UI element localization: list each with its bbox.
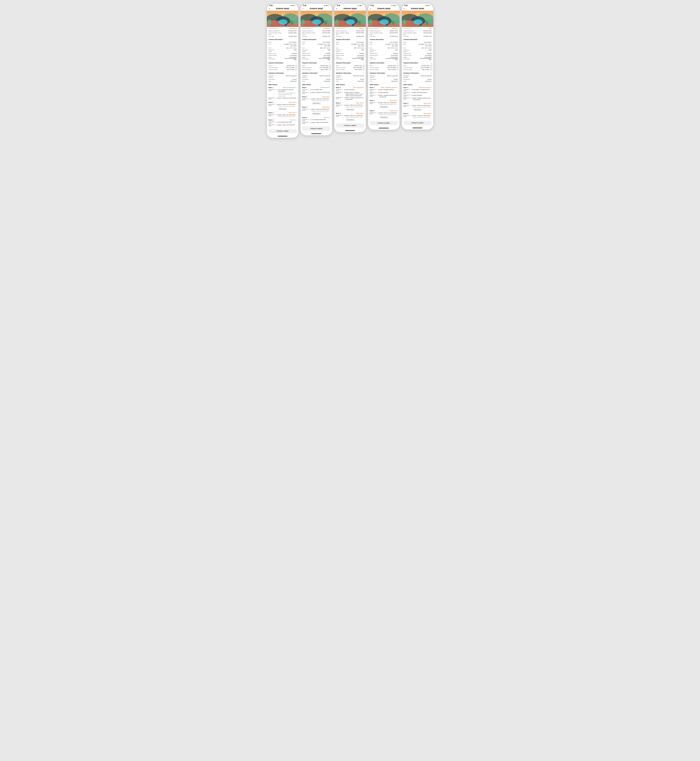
copy-account-icon[interactable] — [430, 67, 431, 68]
account-holder-row: Account holder MIN YOUNG — [403, 69, 431, 70]
offer-entry-1-3: December 17 09:00 Buyer deposited — [403, 94, 431, 97]
copy-account-icon[interactable] — [363, 67, 364, 68]
handover-toggle-icon[interactable]: ∧ — [397, 72, 398, 74]
copy-holder-icon[interactable] — [397, 69, 398, 70]
copy-bank-icon[interactable] — [329, 65, 330, 66]
offer-subtext: Please select action before July 1 — [380, 114, 398, 116]
payment-section-header[interactable]: Payment information ∧ — [301, 61, 332, 64]
status-time: 9:41 — [405, 5, 408, 6]
copy-account-icon[interactable] — [295, 67, 297, 68]
svg-point-26 — [349, 13, 352, 16]
artwork-info-section-title: Artwork Information — [368, 38, 400, 41]
offer-subtext: Please select action before July 1 — [346, 106, 364, 108]
buyer-status: Buyer offer ∧ — [356, 113, 364, 114]
back-button[interactable]: ‹ — [404, 7, 405, 10]
select-action-button[interactable]: Select action — [312, 113, 321, 115]
offer-subtext: Please select action before July 1 — [278, 105, 297, 107]
handover-section-title: Handover information — [336, 72, 352, 74]
copy-holder-icon[interactable] — [363, 69, 364, 70]
contact-admin-button[interactable]: Contact to admin — [403, 121, 431, 125]
payment-toggle-icon[interactable]: ∧ — [430, 62, 431, 64]
offer-dot — [412, 89, 412, 90]
bank-row: Bank Shinhan bank — [370, 64, 398, 67]
buyer-label: Buyer 2 — [403, 103, 408, 104]
min-price-row: Min acceptable selling price 400,000 KRW — [302, 32, 330, 35]
buyer-header-3: Buyer 3 Buyer offer ∧ — [269, 112, 297, 113]
copy-account-icon[interactable] — [329, 67, 330, 68]
copy-account-icon[interactable] — [397, 67, 398, 68]
handover-section-header[interactable]: Handover information ∧ — [267, 71, 298, 74]
back-button[interactable]: ‹ — [269, 7, 270, 10]
handover-toggle-icon[interactable]: ∧ — [363, 72, 364, 74]
payment-toggle-icon[interactable]: ∧ — [295, 62, 297, 64]
copy-bank-icon[interactable] — [363, 65, 364, 66]
offer-date-col: December 17 09:30 — [403, 89, 411, 91]
contact-admin-button[interactable]: Contact to admin — [269, 129, 297, 133]
copy-bank-icon[interactable] — [430, 65, 431, 66]
back-button[interactable]: ‹ — [370, 7, 371, 10]
offer-text: You accepted your offer krw 105,000,000 — [278, 89, 297, 92]
handover-toggle-icon[interactable]: ∧ — [295, 72, 297, 74]
status-icons: ▲ ▾ ◈ 🔋 — [391, 5, 397, 6]
offer-time: 09:30 — [403, 106, 411, 107]
copy-bank-icon[interactable] — [295, 65, 297, 66]
buyer-section-1: Buyer 1 Buyer deposited ∧ December 17 11… — [334, 86, 366, 102]
svg-point-21 — [324, 21, 327, 25]
painted-in-row: Painted in(year) 1986 — [336, 49, 364, 52]
phone-phone3: 9:41 ▲ ▾ ◈ 🔋 ‹ Artwork detail #DA155 — [334, 3, 366, 133]
payment-section-header[interactable]: Payment information ∧ — [267, 61, 298, 64]
offer-date-col: December 17 09:30 — [302, 98, 310, 100]
back-button[interactable]: ‹ — [336, 7, 337, 10]
size-row: Size 180 × 90 × 10 cm — [336, 47, 364, 49]
copy-bank-icon[interactable] — [397, 65, 398, 66]
offer-date: December 17 — [370, 89, 377, 90]
select-action-button[interactable]: Select action — [346, 108, 355, 111]
offer-text: Buyer 2 offers krw 100,000,000 — [380, 112, 398, 114]
buyer-section-4: Buyer 4 Rejected ∧ December 17 09:30 You… — [301, 116, 332, 125]
size-row: Size 180 × 90 × 10 cm — [403, 47, 431, 49]
handover-section-header[interactable]: Handover information ∧ — [402, 71, 433, 74]
copy-holder-icon[interactable] — [329, 69, 330, 70]
copy-holder-icon[interactable] — [295, 69, 297, 70]
select-action-button[interactable]: Select action — [380, 116, 388, 118]
svg-point-42 — [395, 19, 399, 24]
buyer-label: Buyer 1 — [302, 87, 307, 88]
bank-row: Bank Shinhan bank — [336, 64, 364, 67]
handover-section-header[interactable]: Handover information ∧ — [368, 71, 400, 74]
payment-section-header[interactable]: Payment information ∧ — [402, 61, 433, 64]
artwork-info-table: Artist Kim SunWoo Title 무제 (플렉시 박스 그림 1,… — [301, 41, 332, 61]
status-time: 9:41 — [303, 5, 306, 6]
handover-toggle-icon[interactable]: ∧ — [430, 72, 431, 74]
price-table: Target selling price 500,000 KRW Min acc… — [402, 30, 433, 38]
contact-admin-button[interactable]: Contact to admin — [302, 127, 330, 131]
payment-section-header[interactable]: Payment information ∧ — [368, 61, 400, 64]
buyer-status: Buyer offer ∧ — [390, 110, 398, 111]
offer-date: December 17 — [370, 102, 377, 103]
handover-section-header[interactable]: Handover information ∧ — [334, 71, 366, 74]
handover-toggle-icon[interactable]: ∧ — [329, 72, 330, 74]
select-action-button[interactable]: Select action — [346, 119, 355, 121]
svg-point-7 — [278, 19, 288, 25]
payment-section-header[interactable]: Payment information ∧ — [334, 61, 366, 64]
payment-toggle-icon[interactable]: ∧ — [397, 62, 398, 64]
offer-date: December 17 — [269, 124, 276, 125]
copy-holder-icon[interactable] — [430, 69, 431, 70]
payment-toggle-icon[interactable]: ∧ — [329, 62, 330, 64]
select-action-button[interactable]: Select action — [312, 102, 321, 104]
payment-toggle-icon[interactable]: ∧ — [363, 62, 364, 64]
material-kind-row: Material kind Painting — [336, 52, 364, 54]
select-action-button[interactable]: Select action — [380, 106, 388, 108]
select-action-button[interactable]: Select action — [278, 108, 287, 110]
offer-text-col: Buyer 2 offers krw 100,000,000 Please se… — [413, 105, 431, 111]
contact-admin-button[interactable]: Contact to admin — [336, 123, 364, 128]
offer-date-col: December 17 09:30 — [336, 115, 344, 117]
offer-date: December 17 — [269, 104, 276, 105]
bank-row: Bank Shinhan bank — [403, 64, 431, 67]
back-button[interactable]: ‹ — [303, 7, 303, 10]
handover-section-header[interactable]: Handover information ∧ — [301, 71, 332, 74]
contact-admin-button[interactable]: Contact to admin — [370, 121, 398, 125]
offer-entry-3-1: December 17 09:30 Buyer 2 offers krw 100… — [336, 115, 364, 121]
offer-date: December 17 — [370, 94, 377, 96]
buyer-label: Buyer 1 — [370, 87, 375, 88]
select-action-button[interactable]: Select action — [413, 109, 422, 111]
